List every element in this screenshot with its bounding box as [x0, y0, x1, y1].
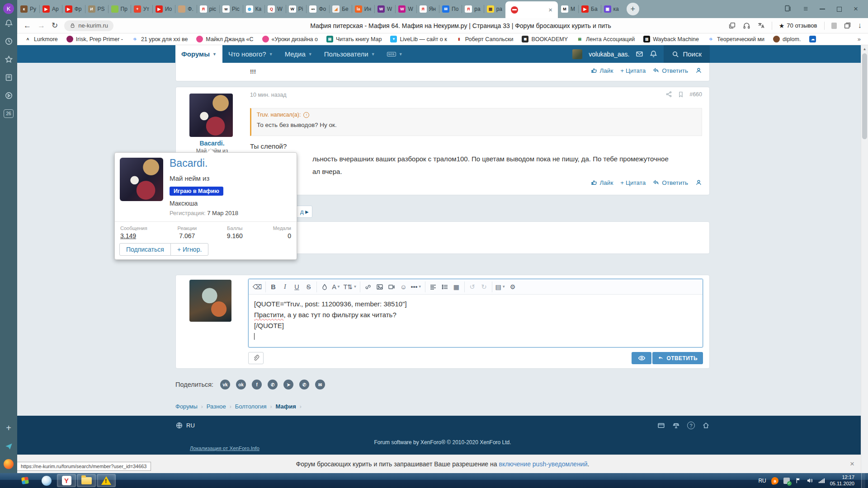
volume-tray-icon[interactable]	[807, 477, 813, 484]
multiquote-person-icon[interactable]	[695, 67, 702, 74]
smilie-button[interactable]: ☺	[397, 282, 409, 292]
notifications-bell-icon[interactable]	[0, 14, 17, 32]
tab[interactable]: ЯЯн	[416, 0, 439, 18]
scrollbar-thumb[interactable]	[862, 53, 867, 139]
bookmark-item[interactable]: ☁	[809, 36, 816, 42]
breadcrumb-link[interactable]: Форумы	[175, 403, 198, 410]
tab[interactable]: Ф.	[175, 0, 196, 18]
window-minimize-button[interactable]	[820, 9, 825, 9]
bookmark-item[interactable]: Irisk, Prep Primer -	[66, 36, 123, 42]
ignore-button[interactable]: + Игнор.	[170, 243, 208, 256]
translate-icon[interactable]	[757, 22, 765, 29]
tab-active[interactable]: ×	[505, 1, 558, 18]
quote-jump-icon[interactable]: ↑	[303, 112, 309, 118]
downloads-count-badge[interactable]: 26	[0, 104, 17, 122]
push-enable-link[interactable]: включение push-уведомлений	[499, 460, 587, 468]
tab[interactable]: ◍Ка	[243, 0, 265, 18]
tab[interactable]: Яpic	[197, 0, 219, 18]
viber-icon[interactable]: ✆	[299, 380, 309, 389]
headphones-icon[interactable]	[743, 22, 750, 29]
list-button[interactable]	[439, 282, 451, 292]
bookmark-item[interactable]: ▤Читать книгу Мар	[326, 36, 382, 42]
nav-item-sos[interactable]: SOS▼	[381, 45, 409, 63]
fontsize-button[interactable]: T⇅▼	[342, 282, 359, 292]
reply-submit-button[interactable]: ОТВЕТИТЬ	[652, 352, 703, 364]
bookmark-item[interactable]: «Уроки дизайна о	[262, 36, 318, 42]
drafts-button[interactable]: ▤▼	[494, 282, 507, 292]
usb-tray-icon[interactable]	[783, 478, 790, 484]
user-avatar[interactable]	[572, 49, 582, 59]
tab[interactable]: кРу	[17, 0, 39, 18]
scroll-up-arrow[interactable]: ▲	[861, 45, 868, 52]
bookmark-item[interactable]: G21 урок для xxi ве	[132, 36, 188, 42]
quote-button[interactable]: + Цитата	[620, 179, 646, 186]
member-avatar[interactable]	[120, 158, 163, 201]
browser-menu-icon[interactable]: ≡	[803, 5, 808, 14]
tab[interactable]: ▶Ар	[39, 0, 62, 18]
new-tab-button[interactable]: +	[627, 3, 639, 15]
attach-file-button[interactable]	[248, 352, 264, 364]
undo-button[interactable]: ↺	[467, 282, 478, 292]
tray-language[interactable]: RU	[758, 478, 766, 484]
like-button[interactable]: Лайк	[591, 179, 613, 186]
reload-button[interactable]: ↻	[52, 21, 58, 30]
reply-button[interactable]: Ответить	[653, 179, 688, 186]
pagination-next-button[interactable]: д▸	[296, 206, 312, 218]
taskbar-browser-icon[interactable]	[37, 474, 56, 487]
tab[interactable]: ▶Фр	[62, 0, 85, 18]
align-button[interactable]	[427, 282, 439, 292]
whatsapp-icon[interactable]: ✆	[268, 380, 278, 389]
bookmark-item[interactable]: diplom.	[773, 36, 801, 42]
bold-button[interactable]: B	[268, 282, 279, 292]
like-button[interactable]: Лайк	[591, 67, 613, 74]
localization-link[interactable]: Локализация от XenForo.Info	[190, 446, 259, 451]
bookmark-item[interactable]: ▤Лента Ассоциаций	[576, 36, 635, 42]
table-button[interactable]: ▦	[451, 282, 462, 292]
ok-icon[interactable]: ok	[236, 380, 246, 389]
bookmark-item[interactable]: ▥Wayback Machine	[643, 36, 699, 42]
member-name[interactable]: Bacardi.	[170, 157, 208, 169]
history-icon[interactable]	[0, 32, 17, 50]
show-desktop-button[interactable]	[861, 473, 865, 488]
avast-tray-icon[interactable]: a	[771, 476, 779, 484]
tab[interactable]: laИн	[352, 0, 374, 18]
terms-scales-icon[interactable]	[672, 422, 680, 429]
nav-item-чтонового[interactable]: Что нового?▼	[222, 45, 279, 63]
language-chooser[interactable]: RU	[175, 422, 195, 429]
forward-button[interactable]: →	[38, 21, 45, 30]
tab[interactable]: wixФо	[306, 0, 329, 18]
multiquote-person-icon[interactable]	[695, 179, 702, 186]
fontfamily-button[interactable]: A▼	[330, 282, 342, 292]
tab[interactable]: WPi	[286, 0, 307, 18]
editor-textarea[interactable]: [QUOTE="Truv., post: 11200936, member: 3…	[249, 295, 703, 346]
tab[interactable]: Яра	[462, 0, 483, 18]
bookmark-item[interactable]: Майкл Джанда «С	[196, 36, 253, 42]
post-author-name[interactable]: Bacardi.	[176, 140, 248, 147]
username[interactable]: volukaba_aas.	[589, 51, 629, 58]
strike-button[interactable]: S	[303, 282, 315, 292]
window-maximize-button[interactable]	[837, 7, 842, 12]
bookmark-post-icon[interactable]	[678, 91, 684, 98]
flag-tray-icon[interactable]	[795, 477, 802, 484]
taskbar-warning-icon[interactable]	[97, 474, 116, 487]
home-icon[interactable]	[702, 422, 710, 429]
quote-author[interactable]: Truv. написал(а):	[257, 112, 301, 118]
player-icon[interactable]	[0, 86, 17, 104]
reply-button[interactable]: Ответить	[653, 67, 688, 74]
tab[interactable]: ▶Ио	[152, 0, 175, 18]
profile-avatar[interactable]: K	[3, 3, 14, 14]
share-page-icon[interactable]	[728, 22, 736, 29]
tab[interactable]: ИPS	[85, 0, 108, 18]
help-icon[interactable]: ?	[687, 422, 695, 429]
facebook-icon[interactable]: f	[252, 380, 262, 389]
image-button[interactable]	[374, 282, 386, 292]
alerts-bell-icon[interactable]	[650, 50, 657, 58]
search-button[interactable]: Поиск	[664, 45, 710, 63]
protect-icon[interactable]	[831, 23, 837, 29]
vk-icon[interactable]: vk	[220, 380, 230, 389]
tab[interactable]: WW	[395, 0, 416, 18]
start-button[interactable]	[19, 474, 31, 487]
nav-item-форумы[interactable]: Форумы▼	[175, 45, 222, 63]
tab[interactable]: ✉По	[439, 0, 462, 18]
more-button[interactable]: •••▼	[409, 282, 423, 292]
